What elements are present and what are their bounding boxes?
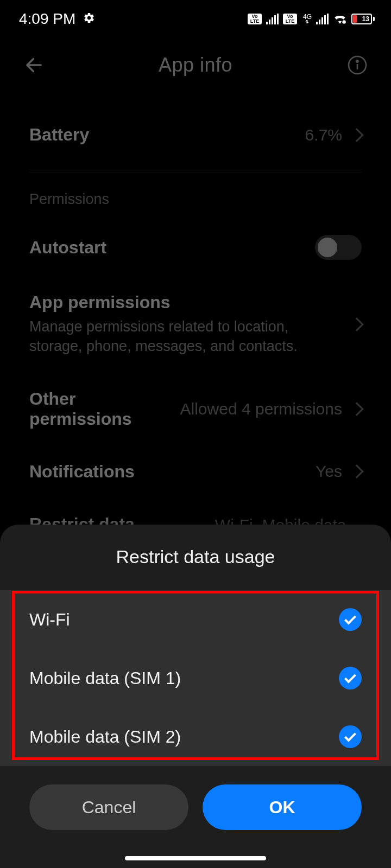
chevron-right-icon xyxy=(350,317,363,331)
notifications-row[interactable]: Notifications Yes xyxy=(29,445,362,498)
checkbox-checked-icon[interactable] xyxy=(339,667,362,690)
chevron-right-icon xyxy=(350,128,363,142)
wifi-icon xyxy=(333,10,347,28)
page-title: App info xyxy=(159,54,232,76)
svg-point-2 xyxy=(356,60,358,62)
option-sim1[interactable]: Mobile data (SIM 1) xyxy=(0,649,391,707)
option-sim2[interactable]: Mobile data (SIM 2) xyxy=(0,707,391,766)
battery-icon: 13 xyxy=(351,14,375,24)
signal-bars-icon-2 xyxy=(316,14,329,24)
app-permissions-sub: Manage permissions related to location, … xyxy=(29,317,352,356)
back-arrow-icon[interactable] xyxy=(22,51,50,79)
other-permissions-value: Allowed 4 permissions xyxy=(180,400,342,418)
checkbox-checked-icon[interactable] xyxy=(339,608,362,631)
checkbox-checked-icon[interactable] xyxy=(339,725,362,748)
other-permissions-title: Other permissions xyxy=(29,389,180,429)
svg-point-0 xyxy=(342,20,346,24)
app-info-header: App info xyxy=(0,38,391,92)
autostart-row[interactable]: Autostart xyxy=(29,219,362,276)
app-permissions-row[interactable]: App permissions Manage permissions relat… xyxy=(29,276,362,373)
ok-button-label: OK xyxy=(269,797,295,818)
signal-bars-icon-1 xyxy=(266,14,279,24)
app-permissions-title: App permissions xyxy=(29,292,352,312)
status-bar: 4:09 PM VoLTE VoLTE 4G⇅ 13 xyxy=(0,0,391,38)
battery-row[interactable]: Battery 6.7% xyxy=(29,92,362,161)
autostart-title: Autostart xyxy=(29,238,315,258)
option-wifi-label: Wi-Fi xyxy=(29,610,70,630)
divider xyxy=(29,172,362,173)
notifications-value: Yes xyxy=(316,462,342,481)
chevron-right-icon xyxy=(350,402,363,416)
option-wifi[interactable]: Wi-Fi xyxy=(0,590,391,649)
info-icon[interactable] xyxy=(345,53,369,77)
option-sim1-label: Mobile data (SIM 1) xyxy=(29,668,181,688)
volte-icon-1: VoLTE xyxy=(248,14,262,24)
option-sim2-label: Mobile data (SIM 2) xyxy=(29,727,181,747)
other-permissions-row[interactable]: Other permissions Allowed 4 permissions xyxy=(29,373,362,445)
notifications-title: Notifications xyxy=(29,462,316,482)
cancel-button[interactable]: Cancel xyxy=(29,784,188,830)
battery-value: 6.7% xyxy=(305,126,342,144)
gear-icon xyxy=(83,10,95,28)
chevron-right-icon xyxy=(350,465,363,478)
volte-icon-2: VoLTE xyxy=(283,14,297,24)
battery-title: Battery xyxy=(29,125,305,145)
permissions-section-label: Permissions xyxy=(29,191,362,208)
nav-handle[interactable] xyxy=(125,856,266,860)
status-time: 4:09 PM xyxy=(19,10,75,28)
cancel-button-label: Cancel xyxy=(82,797,136,818)
sheet-title: Restrict data usage xyxy=(0,525,391,590)
network-4g-icon: 4G⇅ xyxy=(303,14,312,24)
restrict-data-usage-sheet: Restrict data usage Wi-Fi Mobile data (S… xyxy=(0,525,391,868)
autostart-toggle[interactable] xyxy=(315,235,362,260)
ok-button[interactable]: OK xyxy=(203,784,362,830)
